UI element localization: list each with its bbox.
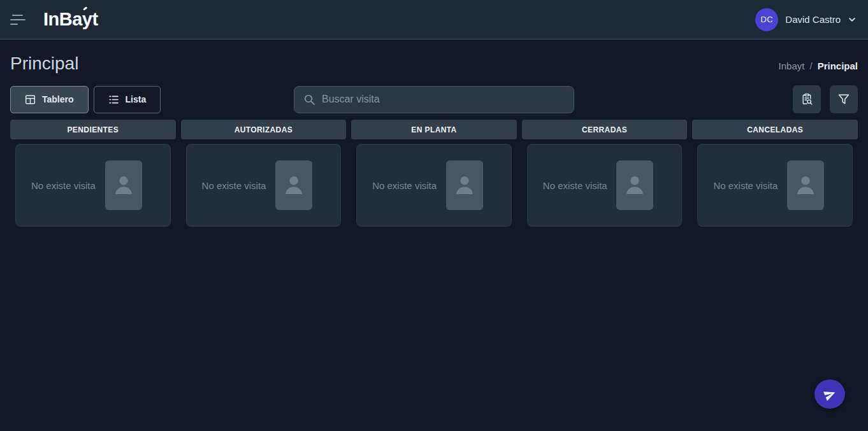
app-logo-text: InBayt <box>43 9 98 29</box>
person-placeholder-icon <box>105 160 142 210</box>
empty-visit-card: No existe visita <box>15 144 171 227</box>
title-row: Principal Inbayt / Principal <box>10 53 858 74</box>
breadcrumb-current: Principal <box>818 60 858 71</box>
app-logo: InBayt <box>43 10 98 29</box>
breadcrumb-separator: / <box>809 60 812 71</box>
table-grid-icon <box>25 94 36 105</box>
person-placeholder-icon <box>787 160 824 210</box>
column-header: CANCELADAS <box>692 120 858 139</box>
board-view-button[interactable]: Tablero <box>10 86 89 113</box>
search-input[interactable] <box>322 94 565 105</box>
paper-plane-icon <box>822 386 838 402</box>
chevron-down-icon[interactable] <box>848 15 857 24</box>
board-view-label: Tablero <box>42 94 74 104</box>
list-icon <box>108 94 119 105</box>
person-placeholder-icon <box>616 160 653 210</box>
avatar-initials: DC <box>760 15 773 24</box>
empty-text: No existe visita <box>202 180 266 191</box>
toolbar: Tablero Lista <box>10 85 858 113</box>
filter-button[interactable] <box>830 85 858 113</box>
person-placeholder-icon <box>446 160 483 210</box>
list-view-button[interactable]: Lista <box>94 86 161 113</box>
breadcrumb: Inbayt / Principal <box>779 60 858 71</box>
user-menu[interactable]: DC David Castro <box>755 8 857 31</box>
send-fab-button[interactable] <box>814 379 845 409</box>
user-name: David Castro <box>785 14 841 25</box>
empty-visit-card: No existe visita <box>527 144 683 227</box>
column-header: PENDIENTES <box>10 120 176 139</box>
search-box <box>294 86 574 113</box>
column-header: CERRADAS <box>522 120 688 139</box>
clipboard-search-icon <box>800 93 813 106</box>
kanban-board: PENDIENTES No existe visita AUTORIZADAS … <box>10 120 858 227</box>
magnifier-icon <box>303 94 315 106</box>
main-content: Principal Inbayt / Principal Tablero <box>0 53 868 227</box>
column-autorizadas: AUTORIZADAS No existe visita <box>181 120 347 227</box>
funnel-icon <box>837 93 850 106</box>
empty-visit-card: No existe visita <box>186 144 342 227</box>
column-header: EN PLANTA <box>351 120 517 139</box>
column-header: AUTORIZADAS <box>181 120 347 139</box>
column-en-planta: EN PLANTA No existe visita <box>351 120 517 227</box>
column-pendientes: PENDIENTES No existe visita <box>10 120 176 227</box>
breadcrumb-parent[interactable]: Inbayt <box>779 60 805 71</box>
view-toggle: Tablero Lista <box>10 86 227 113</box>
app-header: InBayt DC David Castro <box>0 0 868 39</box>
empty-text: No existe visita <box>372 180 437 191</box>
tool-icons <box>641 85 858 113</box>
audit-records-button[interactable] <box>793 85 821 113</box>
menu-icon[interactable] <box>10 10 31 30</box>
empty-text: No existe visita <box>31 180 96 191</box>
empty-visit-card: No existe visita <box>356 144 512 227</box>
column-cerradas: CERRADAS No existe visita <box>522 120 688 227</box>
avatar[interactable]: DC <box>755 8 778 31</box>
page-title: Principal <box>10 53 78 74</box>
empty-text: No existe visita <box>543 180 607 191</box>
column-canceladas: CANCELADAS No existe visita <box>692 120 858 227</box>
list-view-label: Lista <box>126 94 147 104</box>
person-placeholder-icon <box>275 160 312 210</box>
empty-text: No existe visita <box>713 180 778 191</box>
empty-visit-card: No existe visita <box>697 144 853 227</box>
search-zone <box>227 86 641 113</box>
